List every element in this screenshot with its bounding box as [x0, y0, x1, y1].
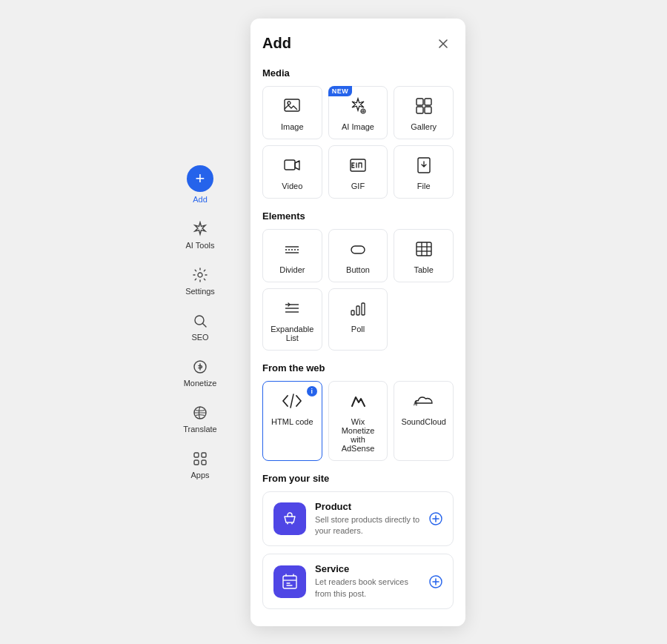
svg-rect-36 [283, 576, 296, 588]
info-icon: i [307, 386, 317, 396]
media-grid: Image NEW AI Image [262, 86, 454, 199]
sidebar: + Add AI Tools Settings [170, 159, 230, 485]
table-icon [414, 239, 434, 259]
product-add-icon[interactable] [429, 512, 442, 525]
item-label: Divider [279, 265, 305, 274]
image-icon [282, 96, 302, 116]
sidebar-item-add[interactable]: + Add [173, 159, 227, 210]
web-item-html-code[interactable]: i HTML code [262, 381, 322, 461]
svg-point-33 [287, 522, 288, 524]
close-button[interactable] [433, 33, 454, 54]
media-item-gif[interactable]: GIF [328, 145, 388, 199]
media-item-ai-image[interactable]: NEW AI Image [328, 86, 388, 139]
html-code-icon [282, 391, 302, 411]
service-text: Service Let readers book services from t… [315, 563, 420, 600]
sidebar-item-label: Translate [183, 425, 216, 434]
expandable-list-icon [282, 298, 302, 319]
svg-rect-4 [194, 453, 199, 457]
screen: + Add AI Tools Settings [0, 0, 667, 644]
web-item-wix-monetize[interactable]: Wix Monetize with AdSense [328, 381, 388, 461]
add-button-circle[interactable]: + [187, 165, 213, 192]
from-the-web-grid: i HTML code [262, 381, 454, 461]
media-item-file[interactable]: File [394, 145, 454, 199]
svg-rect-7 [202, 460, 206, 465]
settings-icon [190, 265, 210, 285]
element-item-divider[interactable]: Divider [262, 229, 322, 282]
from-your-site-title: From your site [262, 473, 454, 484]
sidebar-item-monetize[interactable]: Monetize [173, 351, 227, 394]
button-icon [348, 239, 368, 259]
svg-point-0 [198, 273, 202, 277]
media-item-video[interactable]: Video [262, 145, 322, 199]
product-desc: Sell store products directly to your rea… [315, 514, 420, 537]
sidebar-item-ai-tools[interactable]: AI Tools [173, 213, 227, 256]
sidebar-item-settings[interactable]: Settings [173, 259, 227, 302]
element-item-expandable-list[interactable]: Expandable List [262, 288, 322, 351]
seo-icon [190, 311, 210, 331]
elements-section-title: Elements [262, 210, 454, 222]
site-item-service[interactable]: Service Let readers book services from t… [262, 554, 454, 609]
media-section-title: Media [262, 67, 454, 79]
gif-icon [348, 155, 368, 176]
from-the-web-section: From the web i HTML code [262, 362, 454, 461]
web-item-soundcloud[interactable]: SoundCloud [394, 381, 454, 461]
gallery-icon [414, 96, 434, 116]
monetize-icon [190, 356, 210, 377]
svg-rect-31 [356, 306, 359, 315]
ai-image-icon [348, 96, 368, 116]
item-label: SoundCloud [401, 417, 446, 426]
svg-rect-32 [362, 303, 365, 315]
item-label: Gallery [411, 122, 437, 131]
item-label: GIF [351, 182, 365, 190]
plus-icon: + [196, 169, 205, 188]
svg-rect-5 [202, 453, 206, 457]
sidebar-item-translate[interactable]: Translate [173, 396, 227, 439]
new-badge: NEW [328, 86, 353, 96]
item-label: Button [346, 265, 370, 274]
file-icon [414, 155, 434, 176]
apps-icon [190, 448, 210, 469]
product-title: Product [315, 501, 420, 512]
from-your-site-section: From your site Product Sell store produc… [262, 473, 454, 610]
sidebar-item-label: Settings [185, 287, 215, 296]
sidebar-item-apps[interactable]: Apps [173, 442, 227, 485]
soundcloud-icon [414, 391, 434, 411]
sidebar-item-seo[interactable]: SEO [173, 305, 227, 348]
site-item-product[interactable]: Product Sell store products directly to … [262, 491, 454, 547]
element-item-poll[interactable]: Poll [328, 288, 388, 351]
sidebar-item-label: Apps [190, 471, 209, 479]
media-item-gallery[interactable]: Gallery [394, 86, 454, 139]
sidebar-item-label: SEO [191, 333, 208, 342]
service-title: Service [315, 563, 420, 574]
sidebar-item-label: Monetize [184, 379, 217, 388]
item-label: Table [414, 265, 434, 274]
translate-icon [190, 402, 210, 423]
from-the-web-title: From the web [262, 362, 454, 374]
item-label: Video [282, 182, 302, 190]
svg-rect-12 [425, 99, 431, 105]
item-label: Wix Monetize with AdSense [335, 417, 382, 453]
product-text: Product Sell store products directly to … [315, 501, 420, 537]
element-item-table[interactable]: Table [394, 229, 454, 282]
item-label: Expandable List [269, 325, 316, 342]
elements-grid: Divider Button [262, 229, 454, 351]
sidebar-item-label: Add [193, 195, 208, 204]
item-label: AI Image [342, 122, 374, 131]
panel-header: Add [262, 33, 454, 54]
svg-rect-13 [417, 107, 423, 113]
sidebar-item-label: AI Tools [186, 241, 215, 250]
service-desc: Let readers book services from this post… [315, 577, 420, 600]
svg-rect-14 [425, 107, 431, 113]
divider-icon [282, 239, 302, 259]
item-label: Image [281, 122, 304, 131]
product-icon [273, 502, 306, 535]
svg-rect-15 [285, 160, 295, 170]
media-item-image[interactable]: Image [262, 86, 322, 139]
poll-icon [348, 298, 368, 319]
wix-monetize-icon [348, 391, 368, 411]
service-add-icon[interactable] [429, 575, 442, 588]
media-section: Media Image NEW [262, 67, 454, 199]
element-item-button[interactable]: Button [328, 229, 388, 282]
svg-rect-6 [194, 460, 199, 465]
svg-point-9 [288, 102, 291, 104]
